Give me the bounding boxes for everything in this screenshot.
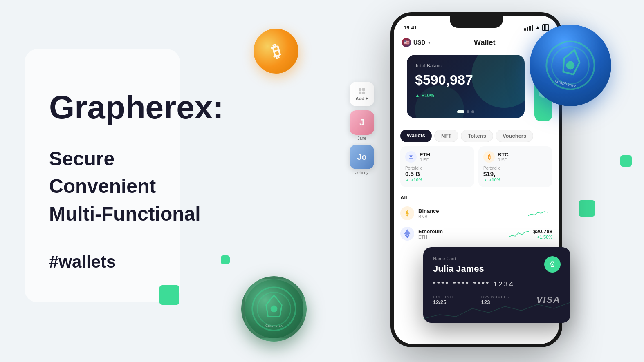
- arrow-up-icon: ▲: [415, 93, 420, 98]
- ethereum-name: Ethereum: [418, 228, 505, 235]
- svg-point-8: [271, 306, 278, 313]
- eth-change-row: ▲ +10%: [405, 177, 469, 182]
- binance-item[interactable]: Binance BNB: [394, 203, 559, 223]
- eth-change: +10%: [411, 177, 422, 182]
- hashtag: #wallets: [49, 252, 278, 272]
- balance-amount: $590,987: [415, 72, 516, 88]
- svg-marker-14: [406, 210, 408, 212]
- eth-arrow: ▲: [405, 178, 409, 182]
- btc-info: BTC /USD: [498, 152, 509, 162]
- feature-convenient: Convenient: [49, 172, 278, 200]
- status-icons: ▲ ▌: [524, 24, 549, 31]
- grapherex-coin-medium: Grapherex: [241, 276, 307, 342]
- contact-johnny[interactable]: Jo Johnny: [350, 145, 374, 175]
- dot-2: [467, 110, 469, 113]
- add-contact-button[interactable]: Add +: [350, 82, 374, 106]
- balance-change-value: +10%: [422, 93, 434, 98]
- feature-secure: Secure: [49, 145, 278, 172]
- brand-title: Grapherex:: [49, 90, 278, 125]
- contacts-panel: Add + J Jane Jo Johnny: [350, 82, 374, 175]
- jane-label: Jane: [357, 136, 366, 141]
- btc-arrow: ▲: [483, 178, 487, 182]
- tab-tokens[interactable]: Tokens: [461, 130, 493, 142]
- binance-logo: [400, 206, 414, 220]
- name-card: Name Card Julia James **** **** **** 123…: [423, 247, 570, 323]
- jane-avatar: J: [350, 110, 374, 135]
- tabs-row: Wallets NFT Tokens Vouchers: [394, 125, 559, 146]
- dot-3: [471, 110, 474, 113]
- wallet-title: Wallet: [474, 38, 495, 47]
- binance-chart: [528, 208, 548, 218]
- status-time: 19:41: [404, 25, 417, 31]
- svg-rect-12: [359, 92, 362, 94]
- add-contact-label: Add +: [356, 96, 368, 101]
- green-square-1: [579, 200, 595, 217]
- card-number: **** **** **** 1234: [433, 281, 561, 288]
- wifi-icon: ▲: [535, 25, 540, 30]
- svg-point-21: [552, 264, 553, 265]
- features-list: Secure Convenient Multi-Functional: [49, 145, 278, 228]
- currency-selector[interactable]: 🇺🇸 USD ▾: [402, 38, 430, 47]
- ethereum-price-info: $20,788 +1.56%: [533, 228, 552, 239]
- svg-marker-18: [404, 229, 411, 235]
- svg-rect-11: [362, 88, 365, 91]
- balance-label: Total Balance: [415, 63, 516, 69]
- btc-card[interactable]: ₿ BTC /USD Portofolio $19, ▲ +10%: [478, 146, 552, 187]
- tab-wallets[interactable]: Wallets: [400, 130, 432, 142]
- btc-value: $19,: [483, 170, 548, 177]
- eth-value: 0.5 B: [405, 170, 469, 177]
- johnny-avatar: Jo: [350, 145, 374, 169]
- btc-icon: ₿: [483, 151, 495, 163]
- card-label: Name Card: [433, 256, 561, 261]
- chevron-down-icon: ▾: [428, 40, 430, 45]
- btc-card-header: ₿ BTC /USD: [483, 151, 548, 163]
- card-chart-bg: [423, 298, 570, 323]
- eth-card-header: Ξ ETH /USD: [405, 151, 469, 163]
- bitcoin-symbol: ₿: [270, 41, 283, 61]
- balance-dots: [457, 110, 474, 113]
- btc-portfolio-label: Portofolio: [483, 166, 548, 170]
- flag-icon: 🇺🇸: [402, 38, 411, 47]
- svg-text:Grapherex: Grapherex: [265, 324, 283, 328]
- green-square-2: [620, 155, 632, 167]
- ethereum-item[interactable]: Ethereum ETH $20,788 +1.56%: [394, 223, 559, 244]
- btc-change: +10%: [489, 177, 500, 182]
- eth-portfolio-label: Portofolio: [405, 166, 469, 170]
- signal-icon: [524, 25, 533, 31]
- phone-notch: [450, 16, 503, 28]
- binance-info: Binance BNB: [418, 208, 524, 219]
- eth-name: ETH: [420, 152, 430, 158]
- svg-rect-10: [359, 88, 362, 91]
- eth-info: ETH /USD: [420, 152, 430, 162]
- currency-label: USD: [413, 39, 426, 46]
- tab-nft[interactable]: NFT: [434, 130, 458, 142]
- btc-name: BTC: [498, 152, 509, 158]
- crypto-row: Ξ ETH /USD Portofolio 0.5 B ▲ +10%: [394, 146, 559, 191]
- binance-symbol: BNB: [418, 214, 524, 219]
- johnny-label: Johnny: [355, 170, 368, 175]
- eth-pair: /USD: [420, 158, 430, 162]
- svg-point-17: [406, 212, 408, 214]
- card-holder-name: Julia James: [433, 264, 561, 274]
- btc-change-row: ▲ +10%: [483, 177, 548, 182]
- ethereum-logo: [400, 227, 414, 241]
- all-section-label: All: [394, 191, 559, 203]
- binance-name: Binance: [418, 208, 524, 214]
- balance-card: Total Balance $590,987 ▲ +10%: [407, 55, 525, 118]
- svg-rect-13: [362, 92, 365, 94]
- ethereum-change: +1.56%: [533, 235, 552, 239]
- ethereum-info: Ethereum ETH: [418, 228, 505, 239]
- dot-1: [457, 110, 464, 113]
- balance-change: ▲ +10%: [415, 93, 516, 98]
- feature-multifunctional: Multi-Functional: [49, 200, 278, 228]
- svg-marker-16: [406, 214, 409, 217]
- svg-point-3: [565, 60, 575, 70]
- contact-jane[interactable]: J Jane: [350, 110, 374, 141]
- svg-text:Grapherex: Grapherex: [555, 78, 577, 88]
- eth-card[interactable]: Ξ ETH /USD Portofolio 0.5 B ▲ +10%: [400, 146, 474, 187]
- tab-vouchers[interactable]: Vouchers: [496, 130, 533, 142]
- ethereum-chart: [509, 229, 529, 239]
- eth-icon: Ξ: [405, 151, 417, 163]
- btc-pair: /USD: [498, 158, 509, 162]
- battery-icon: ▌: [542, 24, 549, 31]
